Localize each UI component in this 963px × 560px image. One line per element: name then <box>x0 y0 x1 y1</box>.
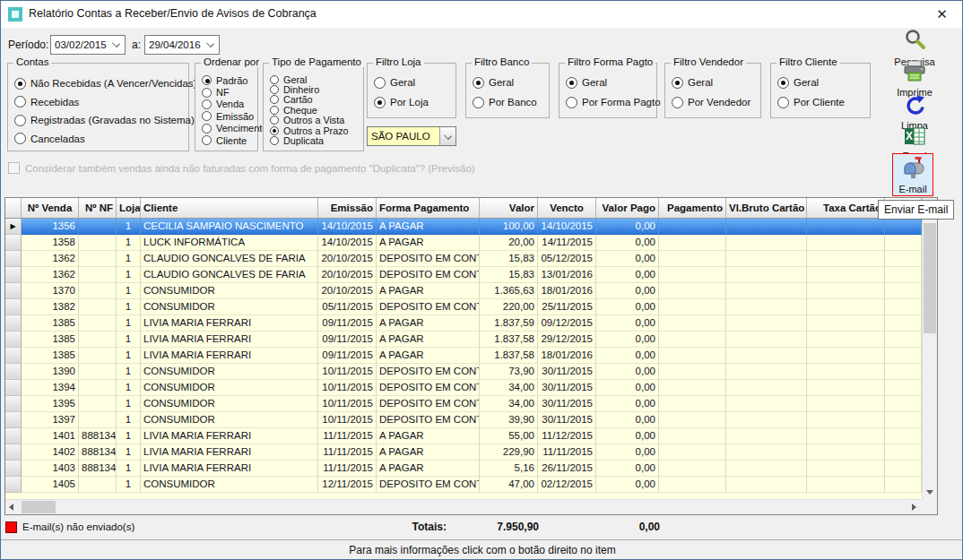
radio-circle-icon <box>672 97 683 108</box>
radio-option-cliente[interactable]: Cliente <box>202 134 256 146</box>
column-header-pagamento[interactable]: Pagamento <box>659 198 726 219</box>
radio-option-padrao[interactable]: Padrão <box>202 74 256 86</box>
radio-label: Geral <box>283 74 307 85</box>
cell-cliente: LIVIA MARIA FERRARI <box>141 428 318 444</box>
column-header-emissao[interactable]: Emissão <box>318 198 377 219</box>
cell-loja: 1 <box>117 412 141 428</box>
radio-option-geral[interactable]: Geral <box>473 73 547 92</box>
table-row[interactable]: 13701CONSUMIDOR20/10/2015A PAGAR1.365,63… <box>5 283 922 299</box>
limpa-button[interactable]: Limpa <box>887 95 942 131</box>
store-select[interactable]: SÃO PAULO <box>367 126 456 146</box>
radio-option-geral[interactable]: Geral <box>777 73 868 92</box>
radio-option-duplicata[interactable]: Duplicata <box>270 135 361 145</box>
printer-icon <box>902 60 927 82</box>
radio-option-geral[interactable]: Geral <box>374 73 454 92</box>
period-to-select[interactable]: 29/04/2016 <box>144 35 220 55</box>
cell-loja: 1 <box>117 283 141 299</box>
vertical-scroll-thumb[interactable] <box>924 223 936 333</box>
radio-option-por-banco[interactable]: Por Banco <box>473 92 547 112</box>
group-title: Filtro Forma Pagto <box>565 56 655 67</box>
radio-option-canceladas[interactable]: Canceladas <box>14 130 187 149</box>
radio-option-nf[interactable]: NF <box>202 86 256 98</box>
radio-label: Geral <box>794 77 819 88</box>
radio-option-por-vendedor[interactable]: Por Vendedor <box>672 92 759 112</box>
checkbox-icon[interactable] <box>8 162 20 174</box>
radio-option-dinheiro[interactable]: Dinheiro <box>270 84 361 94</box>
radio-option-por-loja[interactable]: Por Loja <box>374 92 454 112</box>
table-row[interactable]: 13851LIVIA MARIA FERRARI09/11/2015A PAGA… <box>5 315 922 332</box>
table-row[interactable]: 14028881341LIVIA MARIA FERRARI11/11/2015… <box>5 444 922 461</box>
table-row[interactable]: 13851LIVIA MARIA FERRARI09/11/2015A PAGA… <box>5 348 922 364</box>
radio-option-recebidas[interactable]: Recebidas <box>14 93 187 112</box>
table-row[interactable]: 13621CLAUDIO GONCALVES DE FARIA20/10/201… <box>5 251 922 267</box>
combo-dropdown-button[interactable] <box>439 127 455 145</box>
column-header-forma-pagamento[interactable]: Forma Pagamento <box>377 198 480 219</box>
cell-vencto: 14/11/2015 <box>538 235 596 251</box>
column-header-vencto[interactable]: Vencto <box>538 198 596 219</box>
email-label: E-mail <box>893 184 933 194</box>
radio-option-outros-a-prazo[interactable]: Outros a Prazo <box>270 125 361 135</box>
table-row[interactable]: 14038881341LIVIA MARIA FERRARI11/11/2015… <box>5 461 922 477</box>
cell-valor: 1.837,58 <box>480 348 538 364</box>
cell-vencto: 30/11/2015 <box>538 412 596 428</box>
email-button[interactable]: E-mail <box>892 153 933 196</box>
cell-pagamento <box>659 444 726 461</box>
radio-option-geral[interactable]: Geral <box>270 74 361 84</box>
table-row[interactable]: 13951CONSUMIDOR10/11/2015DEPOSITO EM CON… <box>5 396 922 412</box>
horizontal-scrollbar[interactable] <box>5 499 922 514</box>
scroll-right-button[interactable] <box>907 500 922 515</box>
column-header-nf[interactable]: Nº NF <box>79 198 117 219</box>
table-row[interactable]: 13621CLAUDIO GONCALVES DE FARIA20/10/201… <box>5 267 922 283</box>
radio-option-cheque[interactable]: Cheque <box>270 105 361 115</box>
radio-option-geral[interactable]: Geral <box>566 73 655 92</box>
cell-taxa-cartao <box>807 235 885 251</box>
radio-option-cartao[interactable]: Cartão <box>270 95 361 105</box>
chevron-down-icon <box>206 39 214 47</box>
table-row[interactable]: ▶13561CECILIA SAMPAIO NASCIMENTO14/10/20… <box>5 219 922 235</box>
column-header-valor-pago[interactable]: Valor Pago <box>596 198 659 219</box>
radio-option-outros-a-vista[interactable]: Outros a Vista <box>270 116 361 125</box>
table-row[interactable]: 14018881341LIVIA MARIA FERRARI11/11/2015… <box>5 428 922 444</box>
table-row[interactable]: 13851LIVIA MARIA FERRARI09/11/2015A PAGA… <box>5 332 922 348</box>
radio-option-por-cliente[interactable]: Por Cliente <box>777 92 868 112</box>
cell-pagamento <box>659 428 726 444</box>
radio-option-geral[interactable]: Geral <box>672 73 759 92</box>
cell-forma-pagamento: A PAGAR <box>377 315 480 332</box>
column-header-valor[interactable]: Valor <box>480 198 538 219</box>
cell-forma-pagamento: DEPOSITO EM CONTA <box>377 412 480 428</box>
cell-cliente: CONSUMIDOR <box>141 364 318 380</box>
forecast-checkbox-row[interactable]: Considerar também vendas ainda não fatur… <box>8 162 475 174</box>
radio-option-por-forma-pagto[interactable]: Por Forma Pagto <box>566 92 655 112</box>
column-header-vl-bruto-cartao[interactable]: Vl.Bruto Cartão <box>726 198 807 219</box>
scroll-left-button[interactable] <box>5 500 21 515</box>
cell-vencto: 13/01/2016 <box>538 267 596 283</box>
cell-banco <box>885 348 922 364</box>
scroll-down-button[interactable] <box>923 484 938 499</box>
table-row[interactable]: 13971CONSUMIDOR10/11/2015DEPOSITO EM CON… <box>5 412 922 428</box>
column-header-venda[interactable]: Nº Venda <box>22 198 79 219</box>
radio-label: Vencimento <box>216 123 267 134</box>
cell-nf <box>79 348 117 364</box>
radio-option-registradas-gravadas-no-sistema[interactable]: Registradas (Gravadas no Sistema) <box>14 111 187 130</box>
table-row[interactable]: 13581LUCK INFORMÁTICA14/10/2015A PAGAR20… <box>5 235 922 251</box>
radio-option-nao-recebidas-a-vencer-vencidas[interactable]: Não Recebidas (A Vencer/Vencidas) <box>14 74 187 93</box>
column-header-cliente[interactable]: Cliente <box>141 198 318 219</box>
table-row[interactable]: 13901CONSUMIDOR10/11/2015DEPOSITO EM CON… <box>5 364 922 380</box>
period-from-select[interactable]: 03/02/2015 <box>50 35 126 55</box>
table-row[interactable]: 13821CONSUMIDOR05/11/2015DEPOSITO EM CON… <box>5 299 922 315</box>
table-row[interactable]: 13941CONSUMIDOR10/11/2015DEPOSITO EM CON… <box>5 380 922 396</box>
horizontal-scroll-thumb[interactable] <box>22 501 56 513</box>
vertical-scrollbar[interactable] <box>922 198 937 499</box>
radio-option-emissao[interactable]: Emissão <box>202 110 256 122</box>
cell-vl-bruto-cartao <box>726 235 807 251</box>
cell-vencto: 05/12/2015 <box>538 251 596 267</box>
column-header-loja[interactable]: Loja <box>117 198 141 219</box>
column-header-taxa-cartao[interactable]: Taxa Cartão <box>807 198 885 219</box>
cell-valor-pago: 0,00 <box>596 412 659 428</box>
close-button[interactable]: ✕ <box>922 1 962 27</box>
radio-option-venda[interactable]: Venda <box>202 99 256 110</box>
table-row[interactable]: 14051CONSUMIDOR12/11/2015DEPOSITO EM CON… <box>5 477 922 493</box>
radio-option-vencimento[interactable]: Vencimento <box>202 123 256 134</box>
imprime-button[interactable]: Imprime <box>887 60 942 98</box>
receivables-grid: Nº VendaNº NFLojaClienteEmissãoForma Pag… <box>4 197 938 515</box>
